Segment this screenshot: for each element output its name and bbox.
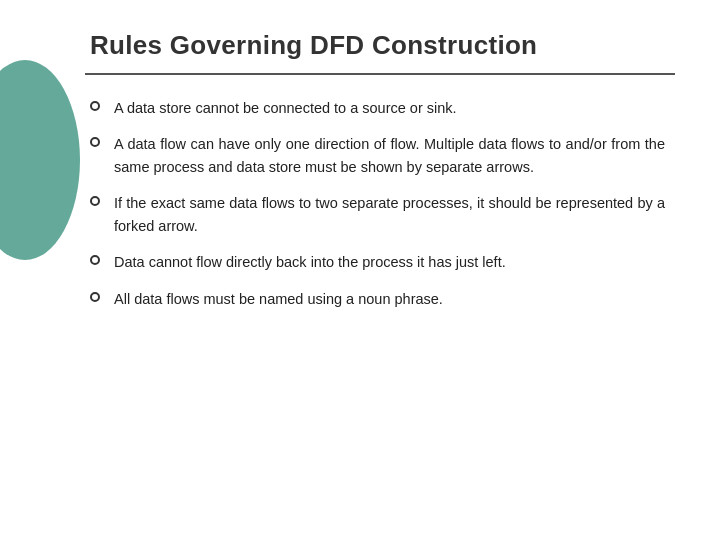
bullet-text-2: A data flow can have only one direction … xyxy=(114,133,665,178)
slide: Rules Governing DFD Construction A data … xyxy=(0,0,720,540)
bullet-list: A data store cannot be connected to a so… xyxy=(90,97,665,310)
list-item-3: If the exact same data flows to two sepa… xyxy=(90,192,665,237)
bullet-text-4: Data cannot flow directly back into the … xyxy=(114,251,665,273)
bullet-circle-3 xyxy=(90,196,100,206)
list-item-1: A data store cannot be connected to a so… xyxy=(90,97,665,119)
bullet-circle-5 xyxy=(90,292,100,302)
bullet-text-5: All data flows must be named using a nou… xyxy=(114,288,665,310)
title-underline xyxy=(85,73,675,75)
slide-title: Rules Governing DFD Construction xyxy=(90,30,665,61)
bullet-text-3: If the exact same data flows to two sepa… xyxy=(114,192,665,237)
bullet-text-1: A data store cannot be connected to a so… xyxy=(114,97,665,119)
bullet-circle-1 xyxy=(90,101,100,111)
list-item-4: Data cannot flow directly back into the … xyxy=(90,251,665,273)
list-item-2: A data flow can have only one direction … xyxy=(90,133,665,178)
bullet-circle-4 xyxy=(90,255,100,265)
content-area: Rules Governing DFD Construction A data … xyxy=(0,0,720,344)
list-item-5: All data flows must be named using a nou… xyxy=(90,288,665,310)
bullet-circle-2 xyxy=(90,137,100,147)
